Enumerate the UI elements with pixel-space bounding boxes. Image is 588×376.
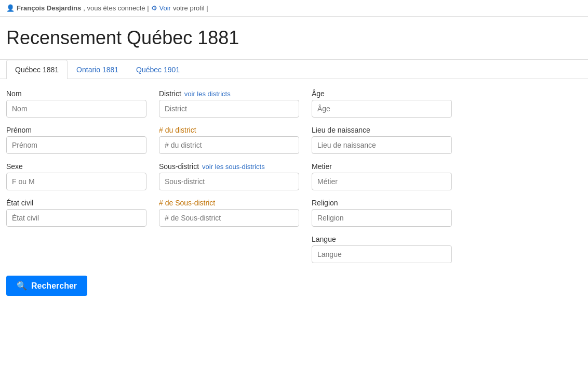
field-sous-district: Sous-district voir les sous-districts: [159, 162, 299, 190]
topbar: 👤 François Desjardins , vous êtes connec…: [0, 0, 588, 17]
field-nom: Nom: [6, 89, 146, 118]
label-religion: Religion: [312, 199, 452, 207]
label-lieu-naissance: Lieu de naissance: [312, 126, 452, 134]
field-lieu-naissance: Lieu de naissance: [312, 126, 452, 154]
field-num-district: # du district: [159, 126, 299, 154]
search-button[interactable]: 🔍 Rechercher: [6, 276, 87, 296]
column-1: Nom Prénom Sexe État civil: [6, 89, 146, 263]
input-sexe[interactable]: [6, 173, 146, 190]
tabs-container: Québec 1881 Ontario 1881 Québec 1901: [0, 60, 588, 79]
field-religion: Religion: [312, 199, 452, 227]
page-header: Recensement Québec 1881: [0, 17, 588, 60]
connected-text: , vous êtes connecté |: [83, 4, 149, 12]
field-num-sous-district: # de Sous-district: [159, 199, 299, 227]
column-3: Âge Lieu de naissance Metier Religion La…: [312, 89, 452, 263]
profile-link[interactable]: Voir: [159, 4, 171, 12]
field-sexe: Sexe: [6, 162, 146, 190]
tab-quebec-1901[interactable]: Québec 1901: [127, 60, 189, 79]
user-icon: 👤: [6, 4, 15, 12]
label-prenom: Prénom: [6, 126, 146, 134]
form-grid: Nom Prénom Sexe État civil District voi: [6, 89, 582, 263]
input-prenom[interactable]: [6, 136, 146, 154]
input-sous-district[interactable]: [159, 173, 299, 190]
input-age[interactable]: [312, 100, 452, 118]
label-num-sous-district: # de Sous-district: [159, 199, 299, 207]
tab-ontario-1881[interactable]: Ontario 1881: [68, 60, 127, 79]
field-age: Âge: [312, 89, 452, 118]
input-num-district[interactable]: [159, 136, 299, 154]
label-langue: Langue: [312, 235, 452, 243]
field-prenom: Prénom: [6, 126, 146, 154]
label-metier: Metier: [312, 162, 452, 171]
input-lieu-naissance[interactable]: [312, 136, 452, 154]
search-icon: 🔍: [17, 281, 27, 291]
field-metier: Metier: [312, 162, 452, 190]
field-district: District voir les districts: [159, 89, 299, 118]
input-etat-civil[interactable]: [6, 209, 146, 227]
field-langue: Langue: [312, 235, 452, 263]
label-district: District voir les districts: [159, 89, 299, 98]
input-religion[interactable]: [312, 209, 452, 227]
label-age: Âge: [312, 89, 452, 98]
input-langue[interactable]: [312, 245, 452, 263]
label-sexe: Sexe: [6, 162, 146, 171]
input-num-sous-district[interactable]: [159, 209, 299, 227]
page-title: Recensement Québec 1881: [6, 27, 582, 49]
gear-icon: ⚙: [151, 4, 157, 12]
column-2: District voir les districts # du distric…: [159, 89, 299, 263]
input-metier[interactable]: [312, 173, 452, 190]
search-form: Nom Prénom Sexe État civil District voi: [0, 89, 588, 296]
search-button-label: Rechercher: [31, 281, 77, 291]
input-nom[interactable]: [6, 100, 146, 118]
label-sous-district: Sous-district voir les sous-districts: [159, 162, 299, 171]
link-voir-districts[interactable]: voir les districts: [184, 90, 231, 98]
field-etat-civil: État civil: [6, 199, 146, 227]
tab-quebec-1881[interactable]: Québec 1881: [6, 60, 68, 79]
label-num-district: # du district: [159, 126, 299, 134]
profile-suffix: votre profil |: [173, 4, 208, 12]
user-name: François Desjardins: [17, 4, 81, 12]
input-district[interactable]: [159, 100, 299, 118]
label-etat-civil: État civil: [6, 199, 146, 207]
label-nom: Nom: [6, 89, 146, 98]
link-voir-sous-districts[interactable]: voir les sous-districts: [202, 163, 265, 171]
